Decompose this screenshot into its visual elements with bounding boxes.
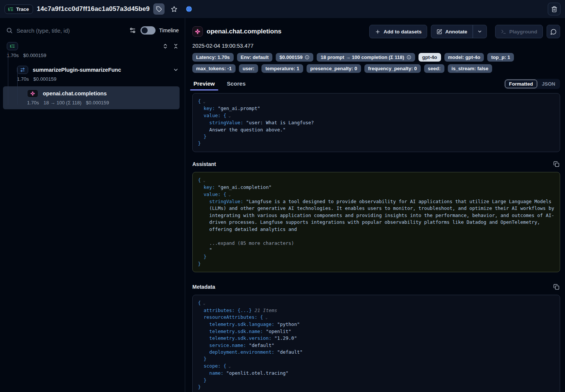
span-name: summarizePlugin-summarizeFunc xyxy=(33,67,121,73)
chat-bubble-icon xyxy=(550,29,557,35)
param-badge: max_tokens: -1 xyxy=(192,64,236,73)
edit-pencil-icon xyxy=(437,29,442,35)
code-line: name: "openlit.otel.tracing" xyxy=(198,370,554,377)
annotate-split-button: Annotate xyxy=(431,25,487,38)
code-line: key: "gen_ai.completion" xyxy=(198,184,554,191)
info-icon[interactable] xyxy=(406,55,411,60)
code-line: stringValue: "user: What is Langfuse? xyxy=(198,119,554,126)
trace-tree-icon xyxy=(8,6,14,12)
model-badge: gpt-4o xyxy=(418,53,441,62)
copy-metadata-button[interactable] xyxy=(553,283,560,291)
annotate-button[interactable]: Annotate xyxy=(431,25,473,38)
code-line: deployment.environment: "default" xyxy=(198,349,554,356)
chevron-down-icon[interactable] xyxy=(173,67,179,73)
trace-root-node-badge[interactable] xyxy=(7,42,18,50)
trace-tree: 1.70s $0.000159 summarizePlugin-summariz… xyxy=(0,37,185,109)
expand-all-icon[interactable] xyxy=(162,43,168,49)
globe-icon xyxy=(186,6,192,12)
code-line: resourceAttributes: { ⌄ xyxy=(198,314,554,321)
filter-settings-button[interactable] xyxy=(128,26,137,35)
code-line: key: "gen_ai.prompt" xyxy=(198,105,554,112)
code-line: value: { ⌄ xyxy=(198,112,554,119)
root-duration: 1.70s xyxy=(7,53,19,58)
root-metrics: 1.70s $0.000159 xyxy=(7,53,179,58)
span-type-icon xyxy=(17,66,28,74)
tabs-row: Preview Scores Formatted JSON xyxy=(192,79,560,90)
add-to-datasets-button[interactable]: Add to datasets xyxy=(369,25,427,38)
param-badge: temperature: 1 xyxy=(261,64,303,73)
page-title: openai.chat.completions xyxy=(207,28,281,35)
terminal-icon xyxy=(501,29,506,35)
span-metrics: 1.70s $0.000159 xyxy=(17,76,179,82)
code-line: } xyxy=(198,253,554,260)
metadata-section-header: Metadata xyxy=(192,283,560,291)
code-line: stringValue: "Langfuse is a tool designe… xyxy=(198,198,554,233)
delete-trace-button[interactable] xyxy=(548,3,560,15)
span-duration: 1.70s xyxy=(17,76,29,82)
tree-root-row[interactable] xyxy=(7,42,179,50)
code-line: { ⌄ xyxy=(198,98,554,105)
trace-badge-label: Trace xyxy=(16,6,29,12)
search-icon xyxy=(6,27,13,34)
timeline-toggle[interactable] xyxy=(140,26,156,35)
generation-duration: 1.70s xyxy=(27,100,39,106)
code-line: " xyxy=(198,247,554,253)
code-line: } xyxy=(198,261,554,267)
code-line: telemetry.sdk.name: "openlit" xyxy=(198,328,554,335)
param-badge: is_stream: false xyxy=(448,64,492,73)
code-line: } xyxy=(198,384,554,390)
tab-preview[interactable]: Preview xyxy=(192,80,216,90)
code-line: scope: { ⌄ xyxy=(198,363,554,370)
observation-timestamp: 2025-02-04 19:00:53.477 xyxy=(192,43,560,49)
copy-icon xyxy=(553,161,559,167)
prompt-code-block: { ⌄ key: "gen_ai.prompt" value: { ⌄ stri… xyxy=(192,93,560,152)
code-line: } xyxy=(198,377,554,384)
toggle-knob xyxy=(142,27,148,33)
tree-guide-line xyxy=(17,68,18,104)
trace-id: 14c7a9f1cc0d7ff16ac1a057a3d45be9 xyxy=(37,5,150,13)
generation-name: openai.chat.completions xyxy=(43,90,107,96)
code-line: } xyxy=(198,356,554,362)
playground-button[interactable]: Playground xyxy=(495,25,543,38)
star-icon xyxy=(171,6,177,12)
param-badge: frequency_penalty: 0 xyxy=(364,64,421,73)
generation-tokens: 18 → 100 (Σ 118) xyxy=(44,100,82,106)
code-line: ...expand (85 more characters) xyxy=(198,240,554,247)
comments-button[interactable] xyxy=(547,25,560,38)
collapse-all-icon[interactable] xyxy=(173,43,179,49)
observation-detail-panel: openai.chat.completions Add to datasets … xyxy=(185,18,565,392)
parameter-badges: Latency: 1.70sEnv: default$0.00015918 pr… xyxy=(192,53,560,73)
tag-icon xyxy=(156,6,162,12)
format-option-formatted[interactable]: Formatted xyxy=(505,80,537,88)
code-line: } xyxy=(198,140,554,147)
generation-cost: $0.000159 xyxy=(86,100,109,106)
tag-button[interactable] xyxy=(153,3,165,15)
bookmark-star-button[interactable] xyxy=(168,3,180,15)
info-icon[interactable] xyxy=(305,55,310,60)
copy-assistant-button[interactable] xyxy=(553,160,560,168)
param-badge: presence_penalty: 0 xyxy=(307,64,361,73)
expand-link[interactable]: ...expand (85 more characters) xyxy=(198,240,294,246)
format-option-json[interactable]: JSON xyxy=(538,80,559,88)
code-line: { ⌄ xyxy=(198,300,554,307)
param-badge: top_p: 1 xyxy=(487,53,514,62)
tree-guide-line xyxy=(8,52,8,105)
generation-metrics: 1.70s 18 → 100 (Σ 118) $0.000159 xyxy=(27,100,180,106)
tab-scores[interactable]: Scores xyxy=(226,80,247,90)
format-toggle: Formatted JSON xyxy=(504,79,560,89)
generation-title-icon xyxy=(192,26,203,37)
assistant-section-header: Assistant xyxy=(192,160,560,168)
param-badge: seed: xyxy=(424,64,444,73)
annotate-dropdown-button[interactable] xyxy=(473,25,487,38)
top-bar: Trace 14c7a9f1cc0d7ff16ac1a057a3d45be9 xyxy=(0,0,565,18)
metadata-label: Metadata xyxy=(192,284,215,290)
search-input[interactable] xyxy=(17,27,125,34)
code-line: telemetry.sdk.language: "python" xyxy=(198,321,554,328)
plus-icon xyxy=(375,29,381,35)
trace-type-badge: Trace xyxy=(5,5,33,14)
public-share-button[interactable] xyxy=(183,3,195,15)
tree-span-row[interactable]: summarizePlugin-summarizeFunc xyxy=(17,66,179,74)
param-badge: $0.000159 xyxy=(276,53,313,62)
tree-generation-row-selected[interactable]: openai.chat.completions 1.70s 18 → 100 (… xyxy=(3,86,180,109)
param-badge: model: gpt-4o xyxy=(444,53,484,62)
